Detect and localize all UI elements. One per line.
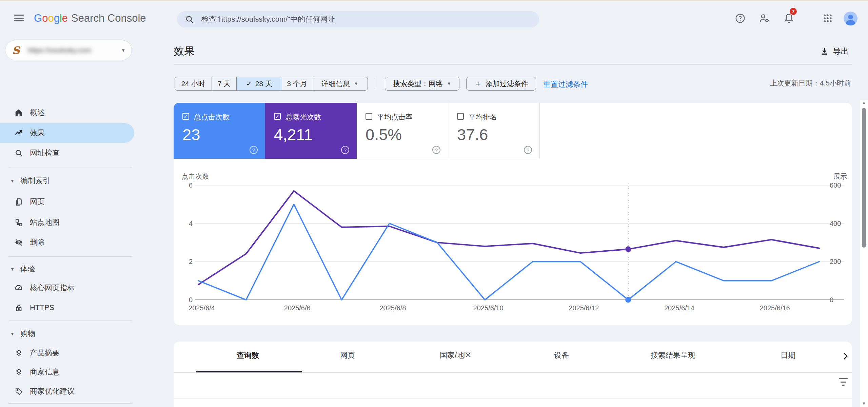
app-logo[interactable]: Google Search Console [34,12,146,24]
tabs-scroll-right-icon[interactable] [842,352,848,362]
svg-text:2: 2 [189,258,193,265]
svg-text:4: 4 [189,220,193,227]
layers-icon [14,349,23,357]
sidebar-item-label: 站点地图 [30,217,60,228]
eye-off-icon [14,238,23,247]
sidebar-item-label: 网址检查 [30,148,60,158]
sidebar-divider [8,256,132,257]
dimensions-table-card: 查询数 网页 国家/地区 设备 搜索结果呈现 日期 [174,342,852,407]
search-console-app: Google Search Console 7 S https://soulss… [0,0,868,407]
tab-devices[interactable]: 设备 [554,350,569,361]
svg-text:2025/6/10: 2025/6/10 [473,304,504,312]
url-inspection-searchbar[interactable] [177,11,539,27]
scroll-up-icon[interactable]: ▲ [862,101,866,105]
range-24h-button[interactable]: 24 小时 [175,77,212,91]
search-icon [185,15,194,24]
range-details-dropdown[interactable]: 详细信息▼ [312,77,368,91]
add-filter-button[interactable]: ＋添加过滤条件 [466,77,536,91]
last-updated-text: 上次更新日期：4.5小时前 [770,78,851,88]
scroll-down-icon[interactable]: ▼ [862,402,866,406]
range-3m-button[interactable]: 3 个月 [282,77,312,91]
sidebar-item-merchant-opportunities[interactable]: 商家优化建议 [0,383,134,400]
svg-text:2025/6/14: 2025/6/14 [664,304,694,312]
property-domain-blurred: https://soulssky.com [28,46,118,54]
sitemap-icon [14,218,23,227]
reset-filters-link[interactable]: 重置过滤条件 [543,79,588,90]
svg-text:2025/6/12: 2025/6/12 [569,304,599,312]
lock-icon [14,303,23,312]
performance-card: ✓ 总点击次数 23 ? ✓ 总曝光次数 4,211 ? 平均点击率 0.5% … [174,103,852,325]
apps-grid-icon[interactable] [822,13,833,24]
section-label: 体验 [20,264,35,274]
property-selector[interactable]: S https://soulssky.com ▼ [5,40,132,60]
performance-line-chart[interactable]: 660044002200002025/6/42025/6/62025/6/820… [174,103,852,325]
search-type-dropdown[interactable]: 搜索类型：网络▼ [385,77,459,91]
menu-icon[interactable] [14,15,24,21]
sidebar-section-shopping[interactable]: ▼ 购物 [0,326,134,341]
sidebar-item-label: 商家优化建议 [30,386,75,396]
range-7d-button[interactable]: 7 天 [212,77,237,91]
sidebar-divider [8,320,132,321]
svg-text:0: 0 [189,296,193,304]
help-icon[interactable] [734,13,746,24]
tab-divider [174,372,852,373]
sidebar-item-https[interactable]: HTTPS [0,299,134,316]
section-label: 编制索引 [20,176,50,186]
settings-users-icon[interactable] [759,13,770,24]
layers-icon [14,368,23,376]
sidebar-item-product-snippets[interactable]: 产品摘要 [0,345,134,361]
export-button[interactable]: 导出 [820,46,849,57]
tab-countries[interactable]: 国家/地区 [440,350,472,361]
sidebar-section-experience[interactable]: ▼ 体验 [0,261,134,276]
account-avatar[interactable] [844,12,857,25]
page-title: 效果 [174,44,195,58]
sidebar-item-pages[interactable]: 网页 [0,194,134,210]
app-logo-suffix: Search Console [71,12,146,24]
tab-pages[interactable]: 网页 [340,350,355,361]
svg-text:600: 600 [830,181,841,189]
check-icon: ✓ [246,80,252,88]
sidebar-divider [8,403,132,404]
sidebar-item-label: 概述 [30,108,45,118]
sidebar-item-removals[interactable]: 删除 [0,234,134,250]
range-28d-button[interactable]: ✓28 天 [237,77,282,91]
header-divider [174,64,852,65]
gauge-icon [14,284,23,292]
sidebar-item-sitemaps[interactable]: 站点地图 [0,214,134,231]
sidebar-item-label: 商家信息 [30,367,60,377]
sidebar-item-label: 核心网页指标 [30,283,75,293]
sidebar-item-label: 效果 [30,128,45,138]
svg-text:2025/6/6: 2025/6/6 [284,304,311,312]
svg-text:400: 400 [830,220,841,227]
download-icon [820,47,829,56]
magnifier-icon [14,149,23,157]
sidebar-item-url-inspection[interactable]: 网址检查 [0,145,134,161]
sidebar-item-core-web-vitals[interactable]: 核心网页指标 [0,280,134,296]
site-favicon: S [9,43,23,57]
search-input[interactable] [201,15,527,24]
google-logo: Google [34,12,68,24]
sidebar-item-label: HTTPS [30,303,54,312]
caret-down-icon: ▼ [447,81,451,86]
filter-separator [375,78,375,89]
caret-down-icon: ▼ [354,81,358,86]
plus-icon: ＋ [474,78,482,89]
svg-text:6: 6 [189,181,193,189]
scrollbar-thumb[interactable] [862,108,866,248]
svg-text:2025/6/4: 2025/6/4 [189,304,215,312]
sidebar-item-performance[interactable]: 效果 [0,123,134,143]
svg-text:2025/6/8: 2025/6/8 [379,304,406,312]
sidebar-section-indexing[interactable]: ▼ 编制索引 [0,173,134,188]
svg-text:0: 0 [830,296,833,304]
sidebar-item-merchant-listings[interactable]: 商家信息 [0,364,134,380]
home-icon [14,108,23,117]
sidebar-item-overview[interactable]: 概述 [0,104,134,121]
sidebar-item-label: 产品摘要 [30,348,60,358]
table-row-divider [174,399,852,399]
svg-text:200: 200 [830,258,841,265]
top-bar: Google Search Console 7 [0,1,868,33]
tab-search-appearance[interactable]: 搜索结果呈现 [651,350,695,361]
tab-queries[interactable]: 查询数 [237,350,259,361]
tab-dates[interactable]: 日期 [781,350,795,361]
table-filter-icon[interactable] [839,378,848,386]
